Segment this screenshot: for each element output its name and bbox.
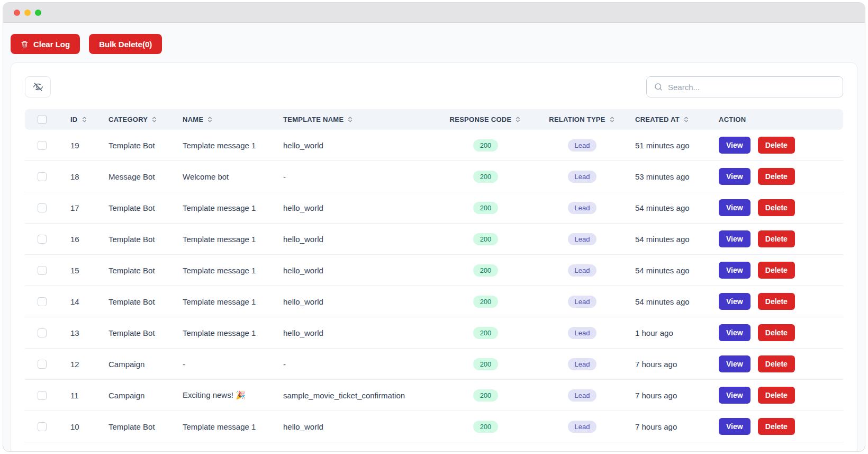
view-button[interactable]: View <box>719 137 751 154</box>
row-name: Welcome bot <box>177 161 278 192</box>
column-header-template-name[interactable]: TEMPLATE NAME <box>278 109 437 130</box>
column-header-created-at[interactable]: CREATED AT <box>630 109 713 130</box>
delete-button[interactable]: Delete <box>758 199 795 216</box>
relation-type-badge: Lead <box>568 389 597 402</box>
row-created-at: 54 minutes ago <box>630 286 713 317</box>
delete-button[interactable]: Delete <box>758 230 795 247</box>
search-input[interactable] <box>668 83 836 92</box>
row-category: Template Bot <box>103 286 177 317</box>
row-name: Template message 1 <box>177 130 278 161</box>
row-name: Template message 1 <box>177 224 278 255</box>
row-id: 10 <box>65 411 103 442</box>
relation-type-badge: Lead <box>568 233 597 245</box>
row-template-name: hello_world <box>278 411 437 442</box>
row-name: Template message 1 <box>177 192 278 224</box>
close-window-button[interactable] <box>14 10 20 16</box>
row-id: 12 <box>65 349 103 380</box>
delete-button[interactable]: Delete <box>758 168 795 185</box>
row-created-at: 1 hour ago <box>630 317 713 349</box>
sort-icon <box>347 116 354 123</box>
view-button[interactable]: View <box>719 418 751 435</box>
app-window: Clear Log Bulk Delete(0) <box>3 2 865 452</box>
row-checkbox[interactable] <box>38 391 47 400</box>
row-id: 15 <box>65 255 103 286</box>
sort-icon <box>206 116 213 123</box>
relation-type-badge: Lead <box>568 264 597 277</box>
column-header-relation-type[interactable]: RELATION TYPE <box>535 109 630 130</box>
row-template-name: sample_movie_ticket_confirmation <box>278 380 437 411</box>
toolbar: Clear Log Bulk Delete(0) <box>3 23 865 63</box>
response-code-badge: 200 <box>473 264 499 277</box>
row-created-at: 54 minutes ago <box>630 224 713 255</box>
toggle-columns-button[interactable] <box>25 76 51 97</box>
clear-log-button[interactable]: Clear Log <box>11 34 80 54</box>
window-titlebar <box>3 3 865 23</box>
relation-type-badge: Lead <box>568 139 597 152</box>
row-template-name: hello_world <box>278 317 437 349</box>
table-row: 19 Template Bot Template message 1 hello… <box>25 130 843 161</box>
row-checkbox[interactable] <box>38 297 47 306</box>
row-checkbox[interactable] <box>38 141 47 150</box>
row-id: 19 <box>65 130 103 161</box>
row-template-name: - <box>278 349 437 380</box>
view-button[interactable]: View <box>719 230 751 247</box>
search-icon <box>654 82 663 92</box>
row-category: Template Bot <box>103 224 177 255</box>
row-template-name: hello_world <box>278 130 437 161</box>
view-button[interactable]: View <box>719 387 751 404</box>
row-created-at: 54 minutes ago <box>630 255 713 286</box>
minimize-window-button[interactable] <box>24 10 31 16</box>
row-category: Template Bot <box>103 317 177 349</box>
row-checkbox[interactable] <box>38 235 47 244</box>
table-row: 10 Template Bot Template message 1 hello… <box>25 411 843 442</box>
sort-icon <box>609 116 616 123</box>
row-id: 18 <box>65 161 103 192</box>
row-checkbox[interactable] <box>38 328 47 337</box>
delete-button[interactable]: Delete <box>758 418 795 435</box>
view-button[interactable]: View <box>719 199 751 216</box>
delete-button[interactable]: Delete <box>758 355 795 372</box>
bulk-delete-label: Bulk Delete(0) <box>99 40 152 49</box>
bulk-delete-button[interactable]: Bulk Delete(0) <box>89 34 162 54</box>
view-button[interactable]: View <box>719 355 751 372</box>
response-code-badge: 200 <box>473 296 499 308</box>
sort-icon <box>683 116 690 123</box>
row-checkbox[interactable] <box>38 422 47 431</box>
view-button[interactable]: View <box>719 324 751 341</box>
view-button[interactable]: View <box>719 262 751 279</box>
row-checkbox[interactable] <box>38 203 47 212</box>
eye-off-icon <box>33 82 43 92</box>
row-name: Exciting news! 🎉 <box>177 380 278 411</box>
delete-button[interactable]: Delete <box>758 262 795 279</box>
view-button[interactable]: View <box>719 293 751 310</box>
delete-button[interactable]: Delete <box>758 137 795 154</box>
select-all-checkbox[interactable] <box>38 115 47 124</box>
row-category: Template Bot <box>103 130 177 161</box>
delete-button[interactable]: Delete <box>758 293 795 310</box>
column-header-name[interactable]: NAME <box>177 109 278 130</box>
row-id: 11 <box>65 380 103 411</box>
delete-button[interactable]: Delete <box>758 387 795 404</box>
relation-type-badge: Lead <box>568 327 597 339</box>
column-header-id[interactable]: ID <box>65 109 103 130</box>
column-header-category[interactable]: CATEGORY <box>103 109 177 130</box>
delete-button[interactable]: Delete <box>758 324 795 341</box>
table-row: 13 Template Bot Template message 1 hello… <box>25 317 843 349</box>
table-row: 15 Template Bot Template message 1 hello… <box>25 255 843 286</box>
table-row: 14 Template Bot Template message 1 hello… <box>25 286 843 317</box>
log-table: ID CATEGORY NAME TEMPLATE NAME RESPONSE … <box>25 109 843 442</box>
view-button[interactable]: View <box>719 168 751 185</box>
row-name: Template message 1 <box>177 286 278 317</box>
row-id: 13 <box>65 317 103 349</box>
column-header-response-code[interactable]: RESPONSE CODE <box>437 109 535 130</box>
zoom-window-button[interactable] <box>35 10 41 16</box>
response-code-badge: 200 <box>473 233 499 245</box>
row-created-at: 7 hours ago <box>630 349 713 380</box>
row-checkbox[interactable] <box>38 172 47 181</box>
row-checkbox[interactable] <box>38 266 47 275</box>
relation-type-badge: Lead <box>568 296 597 308</box>
sort-icon <box>151 116 158 123</box>
row-name: Template message 1 <box>177 255 278 286</box>
response-code-badge: 200 <box>473 389 499 402</box>
row-checkbox[interactable] <box>38 360 47 369</box>
